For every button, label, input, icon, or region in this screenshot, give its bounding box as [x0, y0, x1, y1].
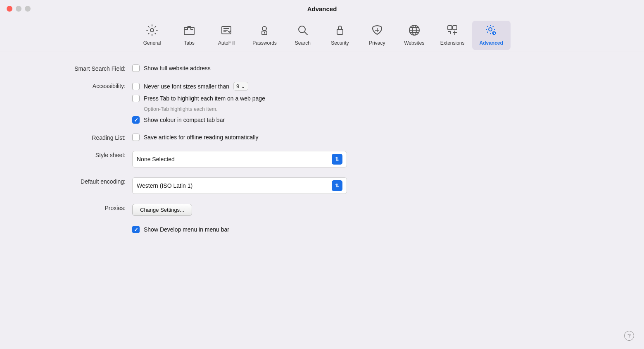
reading-list-controls: Save articles for offline reading automa… — [132, 134, 259, 141]
advanced-icon — [485, 24, 497, 38]
tab-tabs-label: Tabs — [184, 40, 194, 46]
develop-menu-control-row: Show Develop menu in menu bar — [132, 226, 229, 233]
tab-advanced[interactable]: Advanced — [472, 21, 511, 50]
security-icon — [334, 24, 346, 38]
accessibility-row: Accessibility: Never use font sizes smal… — [33, 82, 611, 124]
svg-rect-1 — [184, 27, 194, 35]
tab-websites[interactable]: Websites — [396, 21, 433, 50]
tab-privacy[interactable]: Privacy — [359, 21, 396, 50]
style-sheet-row: Style sheet: None Selected ⇅ — [33, 151, 611, 167]
tab-search-label: Search — [295, 40, 311, 46]
encoding-arrow: ⇅ — [332, 180, 342, 191]
websites-icon — [408, 24, 421, 38]
develop-menu-checkbox[interactable] — [132, 226, 140, 233]
gear-icon — [146, 24, 158, 38]
tab-autofill[interactable]: AutoFill — [208, 21, 245, 50]
tab-security-label: Security — [331, 40, 349, 46]
autofill-icon — [220, 24, 233, 38]
style-sheet-controls: None Selected ⇅ — [132, 151, 347, 167]
style-sheet-arrow: ⇅ — [332, 154, 342, 165]
tab-advanced-label: Advanced — [480, 40, 503, 46]
tab-passwords-label: Passwords — [252, 40, 277, 46]
close-button[interactable] — [7, 6, 12, 12]
svg-point-0 — [150, 29, 154, 32]
svg-rect-11 — [337, 29, 343, 34]
reading-list-label: Reading List: — [33, 134, 132, 141]
encoding-updown-icon: ⇅ — [335, 183, 339, 189]
tab-search[interactable]: Search — [284, 21, 321, 50]
accessibility-controls: Never use font sizes smaller than 9 ⌄ Pr… — [132, 82, 265, 124]
content-area: Smart Search Field: Show full website ad… — [0, 52, 644, 256]
svg-line-10 — [304, 32, 307, 35]
smart-search-row: Smart Search Field: Show full website ad… — [33, 65, 611, 72]
compact-color-checkbox[interactable] — [132, 116, 140, 124]
offline-checkbox[interactable] — [132, 134, 140, 141]
help-button[interactable]: ? — [624, 331, 634, 341]
proxies-controls: Change Settings... — [132, 204, 192, 216]
show-full-url-label: Show full website address — [144, 65, 211, 72]
tab-security[interactable]: Security — [321, 21, 359, 50]
proxies-row: Proxies: Change Settings... — [33, 204, 611, 216]
encoding-value: Western (ISO Latin 1) — [137, 182, 192, 189]
encoding-select[interactable]: Western (ISO Latin 1) ⇅ — [132, 177, 347, 194]
tab-tabs[interactable]: Tabs — [171, 21, 208, 50]
smart-search-label: Smart Search Field: — [33, 65, 132, 72]
compact-color-label: Show colour in compact tab bar — [144, 117, 225, 123]
offline-label: Save articles for offline reading automa… — [144, 134, 259, 141]
encoding-label: Default encoding: — [33, 177, 132, 185]
compact-color-row: Show colour in compact tab bar — [132, 116, 265, 124]
tab-websites-label: Websites — [404, 40, 424, 46]
develop-menu-row: Show Develop menu in menu bar — [132, 226, 611, 233]
style-sheet-select[interactable]: None Selected ⇅ — [132, 151, 347, 167]
tab-extensions-label: Extensions — [440, 40, 465, 46]
updown-arrows-icon: ⇅ — [335, 156, 339, 162]
tab-highlight-label: Press Tab to highlight each item on a we… — [144, 95, 265, 102]
accessibility-label: Accessibility: — [33, 82, 132, 89]
offline-row: Save articles for offline reading automa… — [132, 134, 259, 141]
encoding-controls: Western (ISO Latin 1) ⇅ — [132, 177, 347, 194]
smart-search-controls: Show full website address — [132, 65, 211, 72]
svg-rect-17 — [448, 26, 452, 30]
tab-extensions[interactable]: Extensions — [433, 21, 472, 50]
tab-autofill-label: AutoFill — [218, 40, 235, 46]
svg-rect-18 — [453, 26, 457, 30]
font-size-checkbox[interactable] — [132, 83, 140, 90]
search-icon — [297, 24, 309, 38]
window-controls — [7, 6, 31, 12]
font-size-row: Never use font sizes smaller than 9 ⌄ — [132, 82, 265, 91]
tab-general[interactable]: General — [133, 21, 171, 50]
titlebar: Advanced — [0, 0, 644, 17]
font-size-chevron: ⌄ — [241, 83, 245, 89]
tab-general-label: General — [143, 40, 161, 46]
font-size-value: 9 — [236, 83, 239, 89]
tab-highlight-checkbox[interactable] — [132, 95, 140, 102]
privacy-icon — [371, 24, 383, 38]
passwords-icon — [258, 24, 271, 38]
proxies-button[interactable]: Change Settings... — [132, 204, 192, 216]
tab-privacy-label: Privacy — [369, 40, 385, 46]
minimize-button[interactable] — [16, 6, 21, 12]
develop-menu-label: Show Develop menu in menu bar — [144, 226, 229, 233]
show-full-url-row: Show full website address — [132, 65, 211, 72]
font-size-select[interactable]: 9 ⌄ — [233, 82, 248, 91]
svg-point-19 — [489, 28, 492, 31]
proxies-label: Proxies: — [33, 204, 132, 211]
window-title: Advanced — [307, 5, 337, 12]
tab-passwords[interactable]: Passwords — [245, 21, 284, 50]
extensions-icon — [446, 24, 459, 38]
reading-list-row: Reading List: Save articles for offline … — [33, 134, 611, 141]
style-sheet-label: Style sheet: — [33, 151, 132, 158]
style-sheet-value: None Selected — [137, 156, 175, 163]
show-full-url-checkbox[interactable] — [132, 65, 140, 72]
tab-hint-text: Option-Tab highlights each item. — [144, 106, 265, 112]
maximize-button[interactable] — [25, 6, 31, 12]
toolbar: General Tabs AutoFill — [0, 17, 644, 52]
tab-highlight-row: Press Tab to highlight each item on a we… — [132, 95, 265, 102]
svg-point-6 — [262, 26, 266, 31]
encoding-row: Default encoding: Western (ISO Latin 1) … — [33, 177, 611, 194]
tabs-icon — [183, 24, 195, 38]
font-size-label: Never use font sizes smaller than — [144, 83, 229, 90]
